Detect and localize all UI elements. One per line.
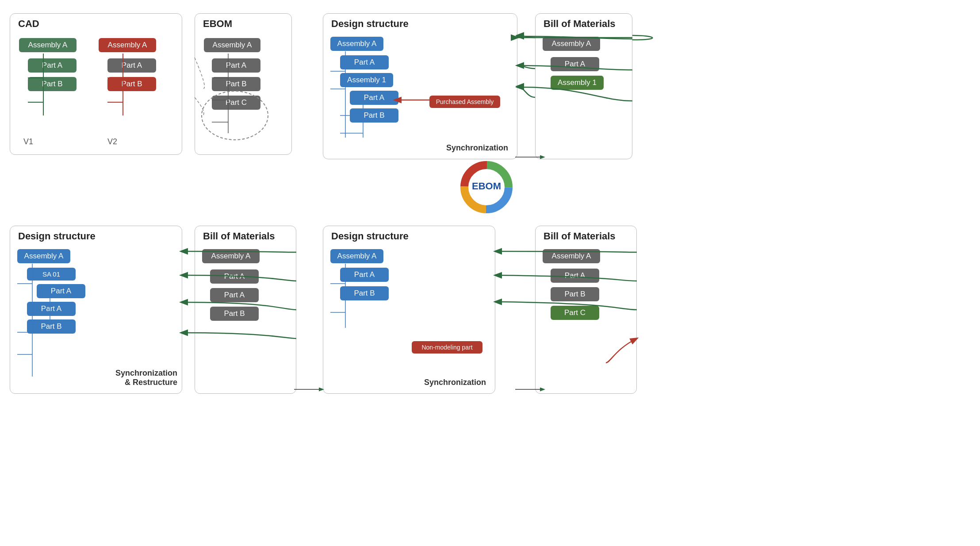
bom-bot-left-section-label: Bill of Materials <box>203 231 275 242</box>
cad-panel: CAD Assembly A Part A Part B V1 Assembly… <box>10 13 182 155</box>
ds-bot-left-part-a-nested: Part A <box>37 284 85 298</box>
ds-top-part-a: Part A <box>340 55 389 69</box>
ebom-part-b: Part B <box>212 77 260 91</box>
cad-v2-part-a: Part A <box>107 58 156 73</box>
center-ebom: EBOM <box>458 158 515 216</box>
cad-v1-part-a: Part A <box>28 58 77 73</box>
ds-bot-right-sync-label: Synchronization <box>424 378 486 387</box>
bom-bot-left-assembly-a: Assembly A <box>202 249 260 263</box>
ds-bot-left-panel: Design structure Assembly A SA 01 Part A… <box>10 226 182 394</box>
bom-bot-left-panel: Bill of Materials Assembly A Part A Part… <box>195 226 296 394</box>
ds-bot-left-assembly-a: Assembly A <box>17 249 70 263</box>
cad-section-label: CAD <box>18 18 39 30</box>
bom-bot-left-part-a2: Part A <box>210 288 259 302</box>
ds-top-sync-label: Synchronization <box>446 143 508 153</box>
ebom-assembly-a: Assembly A <box>204 38 260 52</box>
v2-label: V2 <box>107 137 117 146</box>
cad-v1-assembly-a: Assembly A <box>19 38 77 52</box>
bom-top-part-a: Part A <box>551 57 599 71</box>
ds-top-panel: Design structure Assembly A Part A Assem… <box>323 13 517 159</box>
ds-top-assembly-1: Assembly 1 <box>340 73 393 87</box>
ds-top-part-a2: Part A <box>350 91 398 105</box>
bom-top-panel: Bill of Materials Assembly A Part A Asse… <box>535 13 632 159</box>
bom-top-assembly-a: Assembly A <box>543 37 600 51</box>
non-modeling-part: Non-modeling part <box>412 341 482 354</box>
ebom-panel: EBOM Assembly A Part A Part B Part C <box>195 13 292 155</box>
ebom-part-c: Part C <box>212 96 260 110</box>
ds-bot-right-assembly-a: Assembly A <box>330 249 383 263</box>
ds-bot-right-panel: Design structure Assembly A Part A Part … <box>323 226 495 394</box>
bom-bot-right-panel: Bill of Materials Assembly A Part A Part… <box>535 226 637 394</box>
bom-bot-left-part-a: Part A <box>210 269 259 284</box>
cad-v2-assembly-a: Assembly A <box>99 38 156 52</box>
ebom-section-label: EBOM <box>203 18 232 30</box>
bom-bot-right-section-label: Bill of Materials <box>544 231 616 242</box>
ds-bot-left-sa01: SA 01 <box>27 268 76 281</box>
center-ebom-label: EBOM <box>472 181 501 192</box>
cad-v1-part-b: Part B <box>28 77 77 91</box>
bom-bot-right-part-a: Part A <box>551 269 599 283</box>
bom-top-assembly-1: Assembly 1 <box>551 76 604 90</box>
ds-top-assembly-a: Assembly A <box>330 37 383 51</box>
ds-bot-left-sync-label: Synchronization& Restructure <box>115 369 177 387</box>
bom-bot-right-assembly-a: Assembly A <box>543 249 600 263</box>
ds-bot-left-section-label: Design structure <box>18 231 96 242</box>
ds-bot-left-part-a: Part A <box>27 302 76 316</box>
ds-bot-right-part-b: Part B <box>340 286 389 300</box>
ds-top-section-label: Design structure <box>331 18 409 30</box>
ds-bot-left-part-b: Part B <box>27 319 76 334</box>
bom-top-section-label: Bill of Materials <box>544 18 616 30</box>
v1-label: V1 <box>23 137 33 146</box>
ds-bot-right-part-a: Part A <box>340 268 389 282</box>
ebom-part-a: Part A <box>212 58 260 73</box>
bom-bot-left-part-b: Part B <box>210 307 259 321</box>
cad-v2-part-b: Part B <box>107 77 156 91</box>
ds-bot-right-section-label: Design structure <box>331 231 409 242</box>
bom-bot-right-part-c: Part C <box>551 306 599 320</box>
bom-bot-right-part-b: Part B <box>551 287 599 301</box>
purchased-assembly: Purchased Assembly <box>429 96 500 108</box>
ds-top-part-b: Part B <box>350 108 398 123</box>
